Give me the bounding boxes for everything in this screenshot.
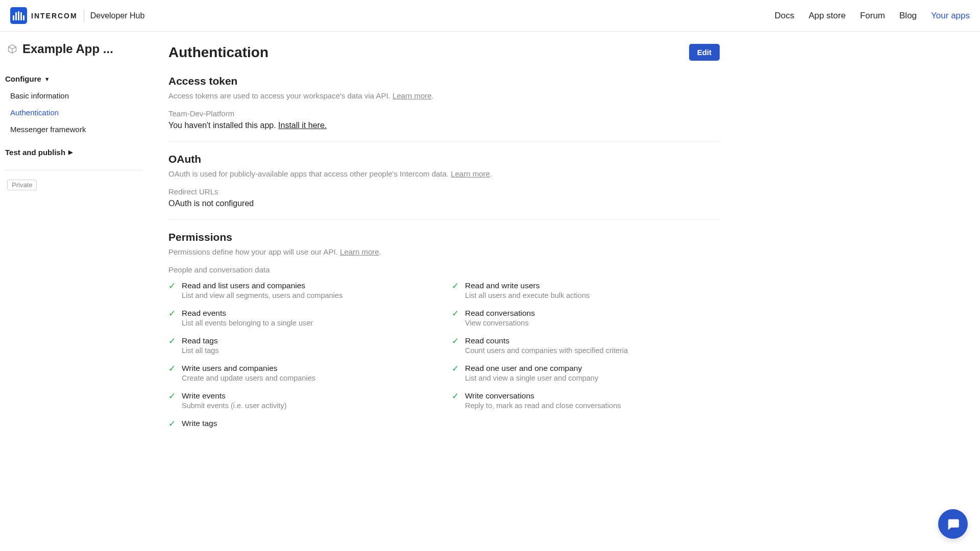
- section-oauth: OAuth OAuth is used for publicly-availab…: [168, 153, 720, 220]
- desc-text: OAuth is used for publicly-available app…: [168, 169, 451, 178]
- permission-desc: Reply to, mark as read and close convers…: [465, 402, 621, 410]
- global-header: INTERCOM Developer Hub Docs App store Fo…: [0, 0, 980, 32]
- permission-item: ✓Read tagsList all tags: [168, 336, 436, 355]
- desc-text: Permissions define how your app will use…: [168, 247, 340, 256]
- permission-text: Write conversationsReply to, mark as rea…: [465, 391, 621, 410]
- permission-item: ✓Read eventsList all events belonging to…: [168, 309, 436, 327]
- permission-desc: Create and update users and companies: [182, 374, 315, 382]
- edit-button[interactable]: Edit: [689, 44, 720, 61]
- sidebar-section-configure[interactable]: Configure ▼: [5, 70, 143, 87]
- permission-title: Read and write users: [465, 281, 590, 290]
- permission-text: Write tags: [182, 419, 217, 429]
- sidebar-items: Basic information Authentication Messeng…: [5, 87, 143, 138]
- section-heading: Access token: [168, 75, 720, 87]
- permission-title: Write tags: [182, 419, 217, 428]
- check-icon: ✓: [168, 336, 176, 355]
- header-subtitle: Developer Hub: [90, 11, 145, 20]
- permission-text: Read conversationsView conversations: [465, 309, 535, 327]
- sidebar-divider: [5, 170, 143, 170]
- nav-your-apps[interactable]: Your apps: [931, 11, 970, 21]
- section-access-token: Access token Access tokens are used to a…: [168, 75, 720, 142]
- page-title: Authentication: [168, 44, 268, 61]
- permission-desc: List and view a single user and company: [465, 374, 598, 382]
- logo[interactable]: INTERCOM: [10, 7, 78, 24]
- permission-desc: List and view all segments, users and co…: [182, 291, 342, 299]
- header-nav: Docs App store Forum Blog Your apps: [774, 11, 970, 21]
- redirect-urls-label: Redirect URLs: [168, 187, 720, 196]
- permission-item: ✓Write users and companiesCreate and upd…: [168, 364, 436, 382]
- learn-more-link[interactable]: Learn more: [340, 247, 379, 256]
- permission-desc: List all tags: [182, 346, 219, 355]
- chevron-right-icon: ▶: [68, 149, 72, 156]
- permission-text: Read countsCount users and companies wit…: [465, 336, 628, 355]
- sidebar-item-messenger-framework[interactable]: Messenger framework: [5, 121, 143, 138]
- learn-more-link[interactable]: Learn more: [393, 91, 432, 100]
- cube-icon: [7, 44, 17, 54]
- nav-docs[interactable]: Docs: [774, 11, 794, 21]
- header-left: INTERCOM Developer Hub: [10, 7, 144, 24]
- sidebar-item-authentication[interactable]: Authentication: [5, 104, 143, 121]
- permission-title: Write conversations: [465, 391, 621, 400]
- logo-text: INTERCOM: [31, 12, 78, 20]
- permission-title: Read conversations: [465, 309, 535, 318]
- permission-desc: Submit events (i.e. user activity): [182, 402, 287, 410]
- main-header: Authentication Edit: [168, 44, 720, 61]
- permission-desc: List all events belonging to a single us…: [182, 319, 313, 327]
- visibility-badge: Private: [7, 180, 37, 190]
- permission-title: Write events: [182, 391, 287, 400]
- sidebar-section-label: Test and publish: [5, 148, 65, 157]
- permissions-grid: ✓Read and list users and companiesList a…: [168, 281, 720, 429]
- sidebar-section-test-publish[interactable]: Test and publish ▶: [5, 144, 143, 161]
- permission-desc: Count users and companies with specified…: [465, 346, 628, 355]
- permission-title: Read counts: [465, 336, 628, 345]
- learn-more-link[interactable]: Learn more: [451, 169, 490, 178]
- permission-text: Read tagsList all tags: [182, 336, 219, 355]
- check-icon: ✓: [452, 364, 459, 382]
- desc-text: Access tokens are used to access your wo…: [168, 91, 393, 100]
- check-icon: ✓: [452, 391, 459, 410]
- install-status: You haven't installed this app. Install …: [168, 121, 720, 130]
- section-description: Permissions define how your app will use…: [168, 247, 720, 256]
- check-icon: ✓: [452, 281, 459, 299]
- main-content: Authentication Edit Access token Access …: [148, 32, 740, 472]
- permission-title: Read one user and one company: [465, 364, 598, 373]
- permission-item: ✓Read and list users and companiesList a…: [168, 281, 436, 299]
- section-heading: OAuth: [168, 153, 720, 165]
- intercom-logo-icon: [10, 7, 27, 24]
- check-icon: ✓: [452, 309, 459, 327]
- section-description: OAuth is used for publicly-available app…: [168, 169, 720, 178]
- sidebar-item-basic-info[interactable]: Basic information: [5, 87, 143, 104]
- check-icon: ✓: [168, 281, 176, 299]
- permission-text: Read and list users and companiesList an…: [182, 281, 342, 299]
- install-link[interactable]: Install it here.: [278, 121, 327, 130]
- nav-forum[interactable]: Forum: [860, 11, 885, 21]
- permission-item: ✓Read and write usersList all users and …: [452, 281, 720, 299]
- permission-title: Read and list users and companies: [182, 281, 342, 290]
- permission-desc: List all users and execute bulk actions: [465, 291, 590, 299]
- nav-blog[interactable]: Blog: [899, 11, 917, 21]
- desc-post: .: [490, 169, 492, 178]
- oauth-status: OAuth is not configured: [168, 199, 720, 208]
- permission-item: ✓Read one user and one companyList and v…: [452, 364, 720, 382]
- permission-text: Write users and companiesCreate and upda…: [182, 364, 315, 382]
- permission-group-label: People and conversation data: [168, 265, 720, 274]
- app-title: Example App ...: [5, 42, 143, 56]
- permission-text: Write eventsSubmit events (i.e. user act…: [182, 391, 287, 410]
- check-icon: ✓: [452, 336, 459, 355]
- divider: [84, 10, 84, 22]
- section-heading: Permissions: [168, 231, 720, 243]
- permission-title: Write users and companies: [182, 364, 315, 373]
- nav-app-store[interactable]: App store: [808, 11, 846, 21]
- workspace-label: Team-Dev-Platform: [168, 109, 720, 118]
- desc-post: .: [432, 91, 434, 100]
- permission-text: Read and write usersList all users and e…: [465, 281, 590, 299]
- permission-title: Read tags: [182, 336, 219, 345]
- chat-widget-button[interactable]: [938, 509, 968, 539]
- section-permissions: Permissions Permissions define how your …: [168, 231, 720, 440]
- permission-item: ✓Read countsCount users and companies wi…: [452, 336, 720, 355]
- sidebar: Example App ... Configure ▼ Basic inform…: [0, 32, 148, 472]
- desc-post: .: [379, 247, 381, 256]
- permission-item: ✓Write conversationsReply to, mark as re…: [452, 391, 720, 410]
- permission-title: Read events: [182, 309, 313, 318]
- permission-item: ✓Read conversationsView conversations: [452, 309, 720, 327]
